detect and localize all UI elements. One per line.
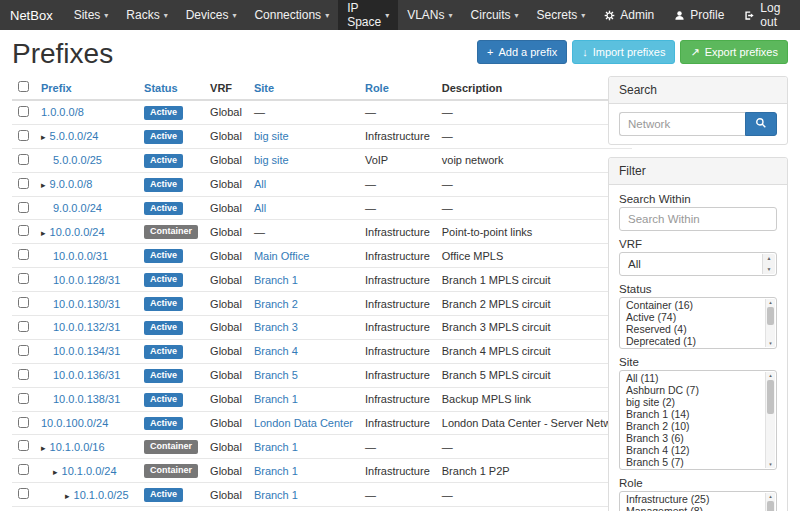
listbox-option[interactable]: Container (16) <box>621 299 764 311</box>
search-within-input[interactable] <box>619 207 777 231</box>
listbox-option[interactable]: Reserved (4) <box>621 323 764 335</box>
prefix-link[interactable]: 10.0.0.134/31 <box>53 345 120 357</box>
row-checkbox[interactable] <box>18 417 29 428</box>
row-checkbox[interactable] <box>18 369 29 380</box>
column-header-role[interactable]: Role <box>359 76 436 100</box>
site-link[interactable]: Branch 5 <box>254 369 298 381</box>
row-checkbox[interactable] <box>18 440 29 451</box>
prefix-link[interactable]: 10.0.0.128/31 <box>53 274 120 286</box>
row-checkbox[interactable] <box>18 297 29 308</box>
logout-menu-item[interactable]: Log out <box>734 0 800 30</box>
row-checkbox[interactable] <box>18 202 29 213</box>
prefix-link[interactable]: 10.1.0.0/25 <box>74 489 129 501</box>
scrollbar[interactable]: ▴▾ <box>765 372 775 468</box>
prefix-link[interactable]: 9.0.0.0/24 <box>53 202 102 214</box>
row-checkbox[interactable] <box>18 249 29 260</box>
site-link[interactable]: Branch 1 <box>254 465 298 477</box>
site-link[interactable]: Branch 4 <box>254 345 298 357</box>
listbox-option[interactable]: COL0-1-24 (4) <box>621 468 764 470</box>
search-button[interactable] <box>745 112 777 136</box>
site-link[interactable]: London Data Center <box>254 417 353 429</box>
site-listbox[interactable]: All (11)Ashburn DC (7)big site (2)Branch… <box>619 370 777 470</box>
listbox-option[interactable]: Branch 4 (12) <box>621 444 764 456</box>
listbox-option[interactable]: Branch 5 (7) <box>621 456 764 468</box>
site-field: Site All (11)Ashburn DC (7)big site (2)B… <box>619 356 777 470</box>
row-checkbox[interactable] <box>18 345 29 356</box>
add-prefix-button[interactable]: + Add a prefix <box>477 40 567 64</box>
row-checkbox[interactable] <box>18 488 29 499</box>
prefix-link[interactable]: 10.0.0.130/31 <box>53 298 120 310</box>
search-input[interactable] <box>619 112 745 136</box>
site-link[interactable]: Main Office <box>254 250 309 262</box>
row-checkbox[interactable] <box>18 178 29 189</box>
scrollbar[interactable]: ▴▾ <box>765 493 775 511</box>
column-header-status[interactable]: Status <box>138 76 204 100</box>
prefix-link[interactable]: 10.1.0.0/16 <box>50 441 105 453</box>
import-prefixes-button[interactable]: ↓ Import prefixes <box>572 40 675 64</box>
row-checkbox[interactable] <box>18 273 29 284</box>
site-link[interactable]: All <box>254 202 266 214</box>
nav-item-ip-space[interactable]: IP Space▾ <box>338 0 398 30</box>
site-link[interactable]: Branch 1 <box>254 393 298 405</box>
listbox-option[interactable]: big site (2) <box>621 396 764 408</box>
column-header-prefix[interactable]: Prefix <box>35 76 138 100</box>
nav-item-circuits[interactable]: Circuits▾ <box>462 0 528 30</box>
site-link[interactable]: Branch 1 <box>254 274 298 286</box>
site-link[interactable]: All <box>254 178 266 190</box>
row-checkbox[interactable] <box>18 106 29 117</box>
column-header-site[interactable]: Site <box>248 76 359 100</box>
listbox-option[interactable]: Branch 2 (10) <box>621 420 764 432</box>
prefix-link[interactable]: 10.0.0.0/31 <box>53 250 108 262</box>
prefix-link[interactable]: 9.0.0.0/8 <box>50 178 93 190</box>
status-listbox[interactable]: Container (16)Active (74)Reserved (4)Dep… <box>619 297 777 349</box>
site-link[interactable]: Branch 1 <box>254 441 298 453</box>
nav-item-sites[interactable]: Sites▾ <box>65 0 118 30</box>
role-listbox[interactable]: Infrastructure (25)Management (8)Private… <box>619 491 777 511</box>
site-link[interactable]: big site <box>254 130 289 142</box>
brand-logo[interactable]: NetBox <box>0 0 65 30</box>
vrf-select[interactable]: All ▲▼ <box>619 252 777 276</box>
listbox-option[interactable]: All (11) <box>621 372 764 384</box>
nav-item-racks[interactable]: Racks▾ <box>117 0 176 30</box>
listbox-option[interactable]: Branch 3 (6) <box>621 432 764 444</box>
prefix-link[interactable]: 10.0.0.132/31 <box>53 321 120 333</box>
vrf-cell: Global <box>204 268 248 292</box>
row-checkbox[interactable] <box>18 321 29 332</box>
prefix-link[interactable]: 1.0.0.0/8 <box>41 106 84 118</box>
site-link[interactable]: Branch 1 <box>254 489 298 501</box>
site-link[interactable]: big site <box>254 154 289 166</box>
nav-item-secrets[interactable]: Secrets▾ <box>528 0 595 30</box>
listbox-option[interactable]: Management (8) <box>621 505 764 511</box>
prefix-link[interactable]: 10.0.100.0/24 <box>41 417 108 429</box>
prefix-link[interactable]: 5.0.0.0/25 <box>53 154 102 166</box>
vrf-cell: Global <box>204 172 248 196</box>
nav-item-devices[interactable]: Devices▾ <box>177 0 246 30</box>
status-cell: Active <box>138 339 204 363</box>
row-checkbox[interactable] <box>18 130 29 141</box>
prefix-link[interactable]: 10.1.0.0/24 <box>62 465 117 477</box>
row-checkbox[interactable] <box>18 464 29 475</box>
select-all-checkbox[interactable] <box>18 81 29 92</box>
listbox-option[interactable]: Deprecated (1) <box>621 335 764 347</box>
listbox-option[interactable]: Active (74) <box>621 311 764 323</box>
listbox-option[interactable]: Infrastructure (25) <box>621 493 764 505</box>
site-link[interactable]: Branch 3 <box>254 321 298 333</box>
prefix-link[interactable]: 10.0.0.136/31 <box>53 369 120 381</box>
prefix-link[interactable]: 10.0.0.138/31 <box>53 393 120 405</box>
status-cell: Active <box>138 124 204 148</box>
row-checkbox[interactable] <box>18 393 29 404</box>
nav-item-connections[interactable]: Connections▾ <box>245 0 338 30</box>
prefix-link[interactable]: 10.0.0.0/24 <box>50 226 105 238</box>
export-prefixes-button[interactable]: ↗ Export prefixes <box>680 40 788 64</box>
nav-item-vlans[interactable]: VLANs▾ <box>398 0 461 30</box>
nav-right: Admin Profile Log out <box>594 0 800 30</box>
listbox-option[interactable]: Branch 1 (14) <box>621 408 764 420</box>
row-checkbox[interactable] <box>18 225 29 236</box>
site-link[interactable]: Branch 2 <box>254 298 298 310</box>
row-checkbox[interactable] <box>18 154 29 165</box>
profile-menu-item[interactable]: Profile <box>664 0 734 30</box>
prefix-link[interactable]: 5.0.0.0/24 <box>50 130 99 142</box>
admin-menu-item[interactable]: Admin <box>594 0 664 30</box>
scrollbar[interactable]: ▴▾ <box>765 299 775 347</box>
listbox-option[interactable]: Ashburn DC (7) <box>621 384 764 396</box>
